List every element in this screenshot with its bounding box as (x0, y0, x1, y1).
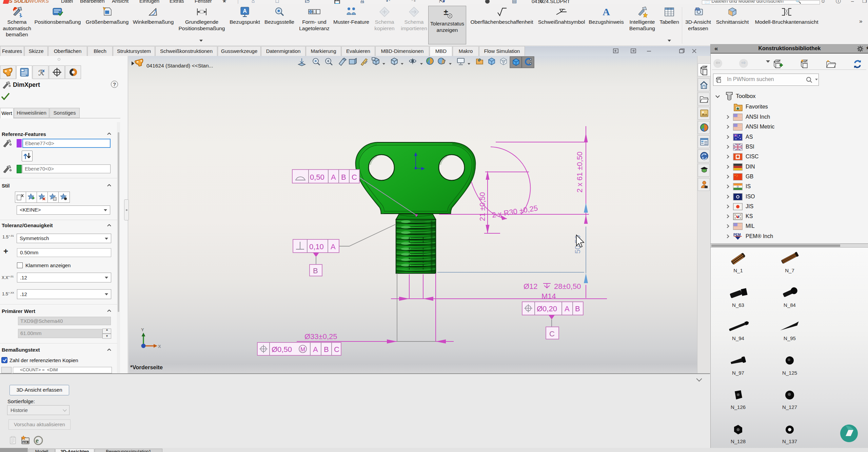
svg-text:B: B (313, 267, 318, 275)
svg-text:C: C (334, 345, 339, 354)
svg-text:B: B (324, 345, 329, 354)
svg-text:3D: 3D (695, 7, 700, 11)
svg-text:041624 (Standard) <<Stan...: 041624 (Standard) <<Stan... (146, 63, 213, 68)
svg-text:Y: Y (141, 327, 144, 332)
svg-text:A: A (565, 304, 570, 313)
svg-text:N_137: N_137 (782, 438, 797, 444)
svg-text:A: A (243, 8, 247, 14)
svg-text:N_125: N_125 (782, 370, 797, 376)
svg-text:0,1: 0,1 (312, 10, 317, 14)
svg-text:N_1: N_1 (733, 268, 743, 273)
svg-text:N_95: N_95 (784, 335, 796, 341)
svg-text:A: A (331, 242, 336, 251)
svg-text:0,50: 0,50 (310, 173, 324, 181)
svg-text:0,10: 0,10 (309, 242, 324, 251)
svg-text:28±0,50: 28±0,50 (554, 282, 581, 291)
svg-text:N_7: N_7 (785, 268, 794, 273)
svg-text:2 x 61 ±0,50: 2 x 61 ±0,50 (575, 152, 584, 193)
svg-text:*Vorderseite: *Vorderseite (130, 364, 163, 370)
svg-text:Ø33±0,25: Ø33±0,25 (304, 332, 337, 341)
svg-text:C: C (352, 173, 357, 181)
svg-text:ℛ: ℛ (38, 68, 44, 77)
svg-text:N_94: N_94 (732, 335, 744, 341)
svg-text:A: A (313, 345, 318, 354)
svg-text:e: e (36, 437, 39, 444)
svg-text:Ø0,20: Ø0,20 (537, 304, 557, 313)
svg-text:N_84: N_84 (784, 302, 796, 308)
svg-text:M: M (300, 346, 305, 353)
svg-text:A: A (331, 173, 336, 181)
svg-text:B: B (575, 304, 580, 313)
svg-text:C: C (549, 330, 555, 338)
svg-text:N_126: N_126 (731, 404, 746, 410)
svg-text:Ø0,50: Ø0,50 (272, 345, 292, 354)
svg-text:N_97: N_97 (732, 370, 744, 376)
svg-text:M14: M14 (541, 292, 556, 300)
svg-text:X: X (158, 344, 161, 349)
svg-text:2 x R30 ±0,25: 2 x R30 ±0,25 (491, 204, 538, 219)
svg-text:A: A (603, 6, 610, 17)
svg-text:±: ± (443, 7, 448, 17)
svg-text:N_63: N_63 (732, 302, 744, 308)
svg-text:Ø12: Ø12 (524, 282, 538, 291)
svg-text:N_128: N_128 (731, 438, 746, 444)
svg-text:N_127: N_127 (782, 404, 797, 410)
svg-text:21 ±0,50: 21 ±0,50 (478, 192, 487, 221)
svg-text:STP: STP (23, 441, 27, 444)
svg-text:B: B (341, 173, 346, 181)
